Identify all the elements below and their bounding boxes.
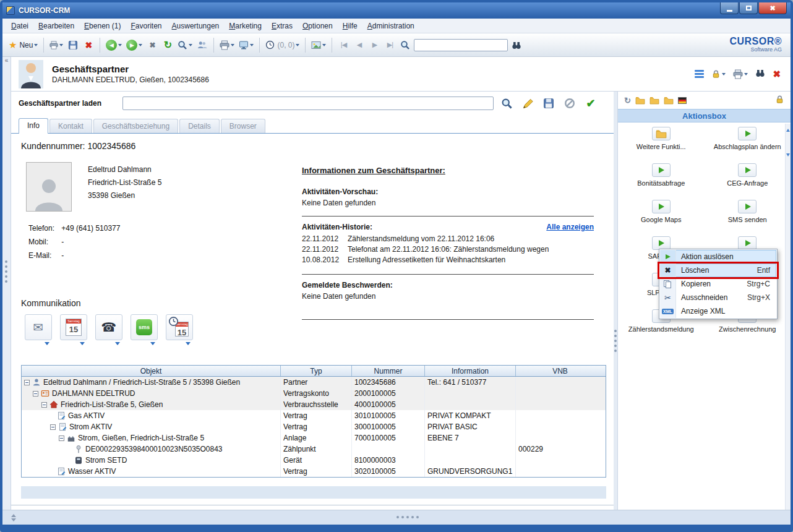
col-vnb[interactable]: VNB bbox=[516, 366, 604, 376]
sms-button[interactable]: sms bbox=[131, 314, 158, 340]
close-button[interactable]: ✖ bbox=[758, 2, 787, 14]
menu-ebenen[interactable]: Ebenen (1) bbox=[79, 20, 126, 32]
minimize-button[interactable] bbox=[720, 2, 739, 14]
view-button[interactable] bbox=[238, 37, 255, 53]
col-objekt[interactable]: Objekt bbox=[22, 366, 281, 376]
action-google-maps[interactable]: Google Maps bbox=[618, 197, 705, 233]
forward-button[interactable]: ▶ bbox=[125, 37, 144, 53]
refresh-button[interactable]: ↻ bbox=[161, 37, 174, 53]
table-scroll-band[interactable] bbox=[21, 486, 606, 499]
menu-extras[interactable]: Extras bbox=[267, 20, 298, 32]
aktionsbox-scrollbar[interactable] bbox=[785, 124, 791, 510]
tab-browser[interactable]: Browser bbox=[221, 119, 265, 133]
menu-hilfe[interactable]: Hilfe bbox=[338, 20, 362, 32]
menu-item-loeschen[interactable]: ✖ Löschen Entf bbox=[660, 264, 776, 277]
edit-button[interactable] bbox=[520, 96, 536, 111]
expander-icon[interactable] bbox=[50, 424, 56, 430]
left-splitter-handle[interactable] bbox=[5, 260, 7, 283]
menu-item-kopieren[interactable]: Kopieren Strg+C bbox=[660, 277, 776, 291]
table-row[interactable]: DE00022935398400010023N5035O0843 Zählpun… bbox=[22, 444, 606, 455]
table-row[interactable]: DAHLMANN EDELTRUD Vertragskonto 20001000… bbox=[22, 388, 606, 399]
menu-favoriten[interactable]: Favoriten bbox=[126, 20, 166, 32]
delete-button[interactable]: ✖ bbox=[82, 37, 95, 53]
action-weitere-funktionen[interactable]: Weitere Funkti... bbox=[618, 124, 705, 160]
expander-icon[interactable] bbox=[33, 391, 38, 397]
menu-marketing[interactable]: Marketing bbox=[224, 20, 267, 32]
counter-button[interactable]: (0, 0) bbox=[264, 37, 301, 53]
find-button[interactable] bbox=[510, 37, 523, 53]
alle-anzeigen-link[interactable]: Alle anzeigen bbox=[546, 223, 594, 231]
maximize-button[interactable] bbox=[739, 2, 758, 14]
action-bonitaetsabfrage[interactable]: Bonitätsabfrage bbox=[618, 160, 705, 197]
col-information[interactable]: Information bbox=[425, 366, 516, 376]
splitter-handle[interactable] bbox=[614, 330, 617, 352]
header-search-button[interactable] bbox=[755, 68, 765, 80]
nav-next-button[interactable]: ▶ bbox=[367, 37, 381, 53]
folder-run-icon[interactable] bbox=[664, 95, 674, 105]
menu-item-anzeige-xml[interactable]: XML Anzeige XML bbox=[660, 304, 776, 318]
appointment-button[interactable]: Samstag15 bbox=[60, 314, 87, 340]
confirm-button[interactable]: ✔ bbox=[583, 96, 599, 111]
email-button[interactable]: ✉ bbox=[25, 314, 52, 340]
expander-icon[interactable] bbox=[24, 380, 30, 385]
save-record-button[interactable] bbox=[541, 96, 557, 111]
expander-icon[interactable] bbox=[41, 402, 47, 408]
lookup-button[interactable] bbox=[499, 96, 515, 111]
history-item[interactable]: 22.11.2012Zählerstandsmeldung vom 22.11.… bbox=[302, 234, 594, 244]
scroll-up-icon[interactable] bbox=[786, 127, 790, 133]
tab-geschaeftsbeziehung[interactable]: Geschäftsbeziehung bbox=[93, 119, 178, 133]
german-flag-icon[interactable] bbox=[678, 97, 687, 104]
discard-button[interactable] bbox=[562, 96, 578, 111]
table-row[interactable]: Friedrich-List-Straße 5, Gießen Verbrauc… bbox=[22, 399, 606, 410]
table-row[interactable]: Strom, Gießen, Friedrich-List-Straße 5 A… bbox=[22, 432, 606, 444]
menu-item-ausschneiden[interactable]: ✂ Ausschneiden Strg+X bbox=[660, 291, 776, 304]
lock-button[interactable] bbox=[711, 69, 726, 79]
toolbar-search-input[interactable] bbox=[414, 39, 508, 51]
bottom-resize-strip[interactable] bbox=[2, 510, 791, 525]
menu-administration[interactable]: Administration bbox=[362, 20, 419, 32]
expander-icon[interactable] bbox=[59, 435, 64, 441]
print-list-button[interactable] bbox=[218, 37, 236, 53]
table-row[interactable]: Strom SETD Gerät 8100000003 bbox=[22, 455, 606, 466]
print-button[interactable] bbox=[48, 37, 64, 53]
scroll-down-icon[interactable] bbox=[786, 152, 790, 158]
menu-item-aktion-ausloesen[interactable]: Aktion auslösen bbox=[660, 250, 776, 264]
lock-icon[interactable] bbox=[775, 95, 784, 104]
left-collapse-panel[interactable]: « bbox=[2, 57, 11, 510]
tab-kontakt[interactable]: Kontakt bbox=[49, 119, 92, 133]
advanced-search-button[interactable] bbox=[176, 37, 194, 53]
partner-load-input[interactable] bbox=[122, 97, 494, 110]
history-item[interactable]: 10.08.2012Erstellung Adressetiketten für… bbox=[302, 255, 594, 265]
collapse-left-icon[interactable]: « bbox=[2, 57, 11, 64]
col-typ[interactable]: Typ bbox=[281, 366, 352, 376]
menu-datei[interactable]: Datei bbox=[6, 20, 33, 32]
phone-call-button[interactable]: ☎ bbox=[95, 314, 122, 340]
new-button[interactable]: ★ Neu bbox=[7, 37, 39, 53]
table-row[interactable]: Edeltrud Dahlmann / Friedrich-List-Straß… bbox=[22, 377, 606, 388]
bottom-splitter-handle[interactable] bbox=[396, 516, 419, 518]
action-ceg-anfrage[interactable]: CEG-Anfrage bbox=[705, 160, 791, 197]
action-abschlagsplan[interactable]: Abschlagsplan ändern bbox=[705, 124, 791, 160]
bottom-collapse-handle[interactable] bbox=[11, 514, 16, 521]
quick-search-button[interactable] bbox=[398, 37, 412, 53]
cancel-button[interactable]: ✖ bbox=[145, 37, 159, 53]
action-sms-senden[interactable]: SMS senden bbox=[705, 197, 791, 233]
tab-info[interactable]: Info bbox=[19, 118, 48, 134]
table-row[interactable]: Wasser AKTIV Vertrag 3020100005 GRUNDVER… bbox=[22, 466, 606, 477]
nav-last-button[interactable]: ▶| bbox=[383, 37, 396, 53]
rights-button[interactable] bbox=[195, 37, 209, 53]
table-row[interactable]: Gas AKTIV Vertrag 3010100005 PRIVAT KOMP… bbox=[22, 410, 606, 421]
folder-up-icon[interactable] bbox=[635, 95, 645, 105]
nav-first-button[interactable]: |◀ bbox=[336, 37, 350, 53]
back-button[interactable]: ◀ bbox=[105, 37, 123, 53]
tab-details[interactable]: Details bbox=[179, 119, 220, 133]
table-row[interactable]: Strom AKTIV Vertrag 3000100005 PRIVAT BA… bbox=[22, 421, 606, 432]
save-button[interactable] bbox=[66, 37, 80, 53]
history-item[interactable]: 22.11.2012Telefonat am 22.11.2012 16:06:… bbox=[302, 244, 594, 255]
menu-bearbeiten[interactable]: Bearbeiten bbox=[33, 20, 79, 32]
menu-auswertungen[interactable]: Auswertungen bbox=[167, 20, 225, 32]
image-button[interactable] bbox=[310, 37, 327, 53]
menu-optionen[interactable]: Optionen bbox=[298, 20, 338, 32]
sync-icon[interactable]: ↻ bbox=[624, 96, 631, 105]
task-button[interactable]: Samstag15 bbox=[166, 314, 193, 340]
